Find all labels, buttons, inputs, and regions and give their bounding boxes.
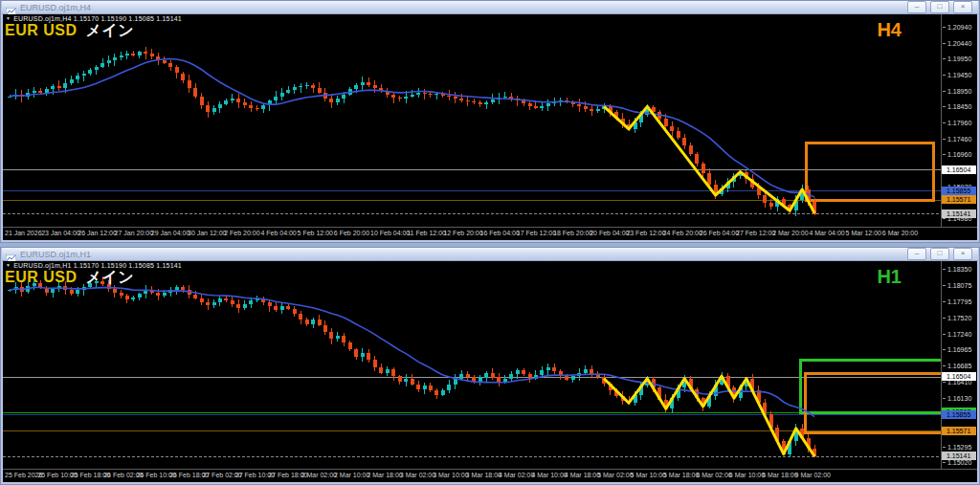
price-tick-label: 1.19950 (943, 55, 971, 62)
time-tick-label: 5 Feb 12:00 (298, 230, 333, 236)
restore-button[interactable]: □ (930, 248, 949, 260)
price-tick-label: 1.16130 (943, 395, 971, 402)
close-button[interactable]: × (953, 1, 972, 13)
timeframe-label: H1 (877, 266, 902, 288)
window-titlebar[interactable]: EURUSD.oj1m,H1 – □ × (2, 248, 978, 261)
time-tick-label: 29 Jan 04:00 (151, 230, 189, 236)
chart-canvas[interactable] (3, 14, 942, 228)
price-tick-label: 1.17240 (943, 331, 971, 338)
window-controls: – □ × (907, 1, 972, 13)
time-tick-label: 4 Feb 04:00 (260, 230, 296, 236)
price-tick-label: 1.17460 (943, 136, 971, 143)
time-tick-label: 3 Mar 10:00 (433, 472, 468, 478)
time-tick-label: 2 Feb 20:00 (224, 230, 259, 236)
price-tick-label: 1.17795 (943, 298, 971, 305)
window-title: EURUSD.oj1m,H4 (20, 2, 903, 13)
time-tick-label: 6 Mar 20:00 (882, 230, 918, 236)
price-tick-label: 1.17520 (943, 315, 971, 321)
price-tick-label: 1.18075 (943, 282, 971, 289)
time-tick-label: 4 Mar 10:00 (531, 472, 567, 478)
time-tick-label: 27 Jan 20:00 (115, 230, 153, 236)
time-tick-label: 6 Mar 10:00 (729, 472, 765, 478)
price-tick-label: 1.15295 (943, 444, 971, 451)
price-tick-label: 1.19450 (943, 72, 971, 78)
window-controls: – □ × (907, 248, 972, 260)
time-tick-label: 6 Mar 02:00 (696, 472, 731, 478)
chart-window-icon (6, 250, 16, 258)
close-button[interactable]: × (953, 248, 972, 260)
time-tick-label: 17 Feb 12:00 (517, 230, 556, 236)
time-tick-label: 2 Mar 10:00 (334, 472, 369, 478)
time-tick-label: 4 Mar 18:00 (565, 472, 600, 478)
watermark-symbol: EUR USD (5, 269, 78, 285)
time-tick-label: 5 Mar 18:00 (663, 472, 699, 478)
price-tick-label: 1.20940 (943, 24, 971, 31)
time-tick-label: 10 Feb 04:00 (370, 230, 410, 236)
time-tick-label: 26 Feb 04:00 (700, 230, 739, 236)
mdi-workspace: { "app": {"background": "#9db0d3"}, "win… (0, 0, 980, 485)
chart-window-icon (6, 3, 16, 11)
price-line-label: 1.15855 (942, 187, 976, 195)
price-line-label: 1.15141 (942, 452, 976, 460)
chart-window-h4: EURUSD.oj1m,H4 – □ × ▼EURUSD.oj1m,H4 1.1… (0, 0, 980, 243)
window-titlebar[interactable]: EURUSD.oj1m,H4 – □ × (2, 1, 978, 14)
price-axis[interactable]: 1.183501.180751.177951.175201.172401.169… (941, 261, 977, 470)
price-tick-label: 1.17960 (943, 120, 971, 126)
price-tick-label: 1.16685 (943, 363, 971, 369)
time-tick-label: 5 Mar 10:00 (631, 472, 666, 478)
restore-button[interactable]: □ (930, 1, 949, 13)
price-line-label: 1.16504 (942, 165, 976, 174)
price-tick-label: 1.16965 (943, 346, 971, 353)
time-tick-label: 2 Mar 02:00 (301, 472, 337, 478)
window-title: EURUSD.oj1m,H1 (20, 249, 903, 260)
time-tick-label: 6 Mar 18:00 (762, 472, 797, 478)
price-tick-label: 1.16960 (943, 151, 971, 158)
time-tick-label: 21 Jan 2026 (5, 230, 42, 236)
time-tick-label: 12 Feb 20:00 (443, 230, 482, 236)
chart-plot[interactable]: ▼EURUSD.oj1m,H1 1.15170 1.15190 1.15085 … (3, 261, 942, 470)
time-tick-label: 4 Mar 02:00 (499, 472, 534, 478)
price-line-label: 1.15571 (942, 195, 976, 204)
time-tick-label: 2 Mar 18:00 (367, 472, 402, 478)
time-tick-label: 24 Feb 20:00 (663, 230, 702, 236)
time-tick-label: 2 Mar 20:00 (772, 230, 808, 236)
time-tick-label: 23 Jan 04:00 (41, 230, 79, 236)
time-axis[interactable]: 25 Feb 202625 Feb 10:0025 Feb 18:0026 Fe… (3, 469, 977, 482)
timeframe-label: H4 (877, 19, 902, 41)
chart-area: ▼EURUSD.oj1m,H4 1.15170 1.15190 1.15085 … (3, 14, 977, 240)
chart-canvas[interactable] (3, 261, 942, 470)
time-tick-label: 26 Jan 12:00 (78, 230, 116, 236)
time-tick-label: 16 Feb 04:00 (480, 230, 520, 236)
symbol-watermark: EUR USDメイン (5, 21, 134, 41)
time-tick-label: 9 Mar 02:00 (795, 472, 831, 478)
time-tick-label: 5 Mar 02:00 (597, 472, 633, 478)
time-tick-label: 3 Mar 18:00 (466, 472, 501, 478)
price-tick-label: 1.15020 (943, 459, 971, 466)
price-tick-label: 1.20440 (943, 40, 971, 47)
minimize-button[interactable]: – (907, 1, 926, 13)
time-tick-label: 4 Mar 04:00 (809, 230, 844, 236)
price-tick-label: 1.18350 (943, 266, 971, 273)
symbol-watermark: EUR USDメイン (5, 268, 134, 288)
chart-area: ▼EURUSD.oj1m,H1 1.15170 1.15190 1.15085 … (3, 261, 977, 482)
price-line-label: 1.15571 (942, 427, 976, 435)
time-tick-label: 18 Feb 20:00 (553, 230, 592, 236)
price-tick-label: 1.18450 (943, 103, 971, 110)
time-tick-label: 20 Feb 04:00 (590, 230, 629, 236)
time-tick-label: 23 Feb 12:00 (626, 230, 665, 236)
time-tick-label: 6 Feb 20:00 (334, 230, 369, 236)
price-line-label: 1.15141 (942, 209, 976, 218)
time-tick-label: 11 Feb 12:00 (407, 230, 446, 236)
watermark-symbol: EUR USD (5, 22, 78, 38)
minimize-button[interactable]: – (907, 248, 926, 260)
chart-plot[interactable]: ▼EURUSD.oj1m,H4 1.15170 1.15190 1.15085 … (3, 14, 942, 228)
price-tick-label: 1.18950 (943, 88, 971, 95)
time-tick-label: 27 Feb 12:00 (736, 230, 775, 236)
chart-window-h1: EURUSD.oj1m,H1 – □ × ▼EURUSD.oj1m,H1 1.1… (0, 247, 980, 485)
price-line-label: 1.16504 (942, 372, 976, 381)
price-line-label: 1.15855 (942, 410, 976, 419)
time-axis[interactable]: 21 Jan 202623 Jan 04:0026 Jan 12:0027 Ja… (3, 227, 977, 240)
time-tick-label: 5 Mar 12:00 (846, 230, 881, 236)
price-axis[interactable]: 1.209401.204401.199501.194501.189501.184… (941, 14, 977, 228)
time-tick-label: 30 Jan 12:00 (188, 230, 226, 236)
